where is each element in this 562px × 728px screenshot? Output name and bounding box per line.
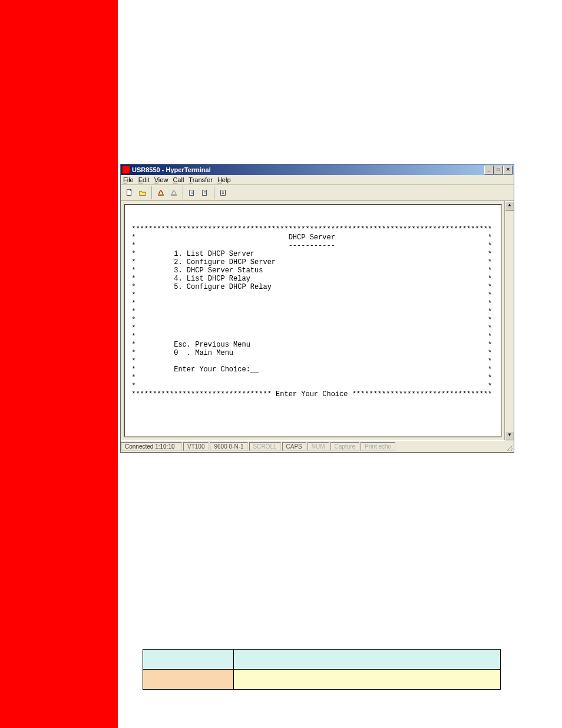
receive-icon[interactable]: [199, 186, 211, 199]
terminal-viewport[interactable]: ****************************************…: [124, 204, 502, 437]
new-icon[interactable]: [123, 186, 136, 199]
table-cell: [143, 650, 234, 670]
menu-call[interactable]: Call: [173, 176, 184, 183]
svg-line-13: [511, 450, 513, 451]
terminal-text: ****************************************…: [127, 209, 498, 398]
table-row: [143, 650, 501, 670]
status-printecho: Print echo: [361, 442, 395, 451]
minimize-button[interactable]: _: [484, 166, 494, 174]
window-titlebar[interactable]: USR8550 - HyperTerminal _ □ ✕: [121, 164, 514, 175]
toolbar: [121, 185, 514, 201]
menu-help[interactable]: Help: [217, 176, 231, 183]
menu-file[interactable]: File: [123, 176, 134, 183]
connect-icon[interactable]: [154, 186, 167, 199]
status-scroll: SCROLL: [249, 442, 281, 451]
menubar: File Edit View Call Transfer Help: [121, 175, 514, 185]
terminal-frame: ▲ ▼ ************************************…: [121, 201, 514, 440]
scroll-down-button[interactable]: ▼: [505, 431, 514, 440]
table-cell: [234, 650, 501, 670]
window-controls: _ □ ✕: [484, 166, 513, 174]
status-connected: Connected 1:10:10: [121, 442, 182, 451]
menu-view[interactable]: View: [154, 176, 168, 183]
menu-transfer[interactable]: Transfer: [189, 176, 213, 183]
status-num: NUM: [308, 442, 329, 451]
menu-edit[interactable]: Edit: [138, 176, 150, 183]
disconnect-icon[interactable]: [167, 186, 180, 199]
table-cell: [143, 670, 234, 690]
color-table: [143, 649, 501, 690]
send-icon[interactable]: [186, 186, 199, 199]
sidebar-red: [0, 0, 118, 728]
svg-rect-1: [158, 195, 164, 196]
svg-rect-2: [171, 195, 177, 196]
maximize-button[interactable]: □: [494, 166, 503, 174]
hyperterminal-window: USR8550 - HyperTerminal _ □ ✕ File Edit …: [120, 164, 514, 453]
scroll-up-button[interactable]: ▲: [505, 201, 514, 210]
status-settings: 9600 8-N-1: [210, 442, 247, 451]
properties-icon[interactable]: [217, 186, 230, 199]
status-capture: Capture: [330, 442, 360, 451]
app-icon: [122, 166, 130, 174]
statusbar: Connected 1:10:10 VT100 9600 8-N-1 SCROL…: [121, 440, 514, 452]
scrollbar[interactable]: ▲ ▼: [504, 201, 514, 440]
svg-rect-5: [203, 190, 207, 196]
window-title: USR8550 - HyperTerminal: [132, 166, 211, 173]
open-icon[interactable]: [136, 186, 149, 199]
resize-grip-icon[interactable]: [506, 444, 513, 452]
table-cell: [234, 670, 501, 690]
status-caps: CAPS: [282, 442, 306, 451]
content-area: USR8550 - HyperTerminal _ □ ✕ File Edit …: [118, 0, 562, 728]
table-row: [143, 670, 501, 690]
status-emulation: VT100: [183, 442, 209, 451]
close-button[interactable]: ✕: [503, 166, 513, 174]
